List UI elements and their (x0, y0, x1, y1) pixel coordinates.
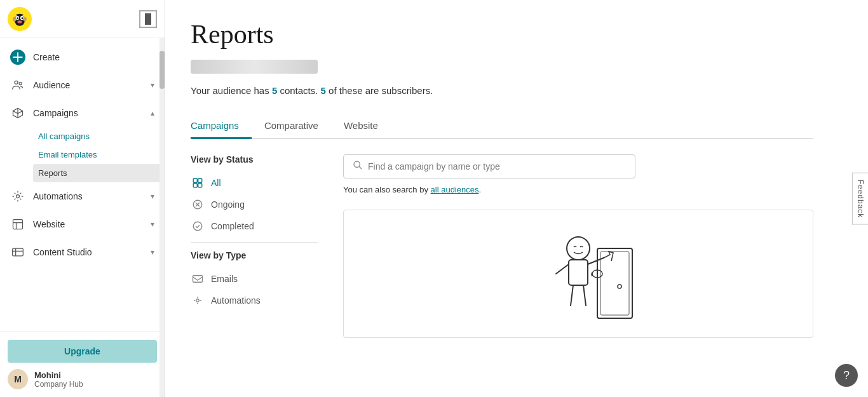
search-box[interactable] (343, 154, 635, 178)
chevron-down-icon: ▾ (151, 81, 154, 90)
page-title: Reports (191, 19, 813, 50)
feedback-tab[interactable]: Feedback (852, 172, 868, 225)
app-logo[interactable] (8, 7, 32, 31)
svg-point-27 (618, 285, 621, 288)
search-also-text: You can also search by all audiences. (343, 185, 813, 194)
filter-option-completed-label: Completed (211, 221, 254, 231)
svg-point-1 (15, 14, 25, 25)
svg-point-10 (19, 82, 22, 84)
sidebar-item-label: Campaigns (33, 108, 148, 118)
svg-rect-12 (13, 220, 23, 229)
sidebar-item-label: Website (33, 219, 148, 229)
sidebar-scrollbar-thumb[interactable] (159, 51, 165, 89)
svg-point-11 (17, 195, 20, 198)
user-row: M Mohini Company Hub (8, 369, 157, 389)
user-company: Company Hub (34, 380, 83, 389)
sidebar-item-website[interactable]: Website ▾ (0, 210, 165, 238)
svg-rect-13 (13, 248, 24, 256)
svg-rect-14 (193, 178, 197, 182)
sidebar-item-campaigns[interactable]: Campaigns ▴ (0, 99, 165, 127)
svg-point-4 (17, 17, 19, 19)
view-by-status-panel: View by Status All (191, 154, 318, 311)
sidebar-toggle-button[interactable] (139, 10, 157, 28)
campaigns-subitems: All campaigns Email templates Reports (0, 127, 165, 182)
sidebar-subitem-all-campaigns[interactable]: All campaigns (33, 127, 165, 145)
filter-option-ongoing[interactable]: Ongoing (191, 194, 318, 215)
svg-point-7 (13, 17, 16, 21)
campaign-results-panel (343, 210, 813, 338)
audience-icon (10, 77, 25, 93)
filter-option-automations-label: Automations (211, 295, 261, 306)
sidebar-item-audience[interactable]: Audience ▾ (0, 71, 165, 99)
svg-point-23 (567, 237, 590, 260)
filter-option-all-label: All (211, 178, 221, 188)
audience-bar-placeholder (191, 60, 318, 74)
sidebar-item-label: Create (33, 52, 154, 62)
tab-comparative[interactable]: Comparative (264, 114, 331, 139)
sidebar-item-content-studio[interactable]: Content Studio ▾ (0, 238, 165, 266)
automations-filter-icon (191, 293, 205, 307)
chevron-up-icon: ▴ (151, 109, 154, 118)
help-icon: ? (843, 369, 850, 382)
svg-rect-20 (193, 275, 203, 282)
svg-point-22 (354, 161, 360, 167)
sidebar-item-label: Content Studio (33, 247, 148, 257)
completed-icon (191, 219, 205, 233)
filter-option-ongoing-label: Ongoing (211, 199, 245, 210)
search-also-suffix: . (478, 185, 481, 194)
tab-campaigns[interactable]: Campaigns (191, 114, 252, 139)
sidebar-subitem-email-templates[interactable]: Email templates (33, 145, 165, 164)
tabs-bar: Campaigns Comparative Website (191, 114, 813, 139)
search-area: You can also search by all audiences. (343, 154, 813, 338)
sidebar-item-automations[interactable]: Automations ▾ (0, 182, 165, 210)
chevron-down-icon: ▾ (151, 192, 154, 201)
sidebar-item-label: Automations (33, 191, 148, 201)
campaigns-icon (10, 105, 25, 121)
content-area: Reports Your audience has 5 contacts. 5 … (165, 0, 839, 357)
svg-point-19 (193, 222, 202, 231)
sidebar-subitem-reports[interactable]: Reports (33, 164, 165, 182)
website-icon (10, 217, 25, 232)
all-audiences-link[interactable]: all audiences (431, 185, 479, 194)
sidebar-item-create[interactable]: Create (0, 43, 165, 71)
sidebar-bottom: Upgrade M Mohini Company Hub (0, 332, 165, 397)
audience-suffix: of these are subscribers. (326, 85, 433, 96)
sidebar-toggle-icon (145, 13, 151, 25)
emails-icon (191, 272, 205, 286)
empty-state-illustration (515, 223, 642, 325)
create-icon (10, 50, 25, 65)
filter-option-emails[interactable]: Emails (191, 268, 318, 290)
svg-point-8 (23, 17, 26, 21)
svg-rect-24 (569, 260, 588, 285)
audience-subscribers-count: 5 (321, 85, 326, 96)
search-icon (353, 160, 363, 173)
svg-rect-17 (198, 183, 202, 187)
audience-middle: contacts. (277, 85, 320, 96)
sidebar-header (0, 0, 165, 38)
search-also-prefix: You can also search by (343, 185, 431, 194)
filter-option-completed[interactable]: Completed (191, 215, 318, 237)
svg-rect-16 (193, 183, 197, 187)
search-input[interactable] (368, 161, 626, 172)
audience-contacts-count: 5 (272, 85, 277, 96)
sidebar: Create Audience ▾ Campaigns ▴ (0, 0, 165, 397)
filter-option-automations[interactable]: Automations (191, 290, 318, 311)
svg-point-5 (22, 17, 24, 19)
automations-icon (10, 189, 25, 204)
sidebar-nav: Create Audience ▾ Campaigns ▴ (0, 38, 165, 332)
svg-point-9 (15, 81, 18, 84)
chevron-down-icon: ▾ (151, 220, 154, 229)
tab-website[interactable]: Website (344, 114, 391, 139)
audience-prefix: Your audience has (191, 85, 272, 96)
upgrade-button[interactable]: Upgrade (8, 340, 157, 363)
avatar: M (8, 369, 28, 389)
user-name: Mohini (34, 370, 83, 380)
chevron-down-icon: ▾ (151, 248, 154, 257)
filter-divider (191, 242, 318, 243)
sidebar-item-label: Audience (33, 80, 148, 90)
filter-option-all[interactable]: All (191, 172, 318, 194)
help-button[interactable]: ? (835, 364, 858, 387)
svg-rect-15 (198, 178, 202, 182)
filter-option-emails-label: Emails (211, 274, 238, 284)
content-studio-icon (10, 245, 25, 260)
